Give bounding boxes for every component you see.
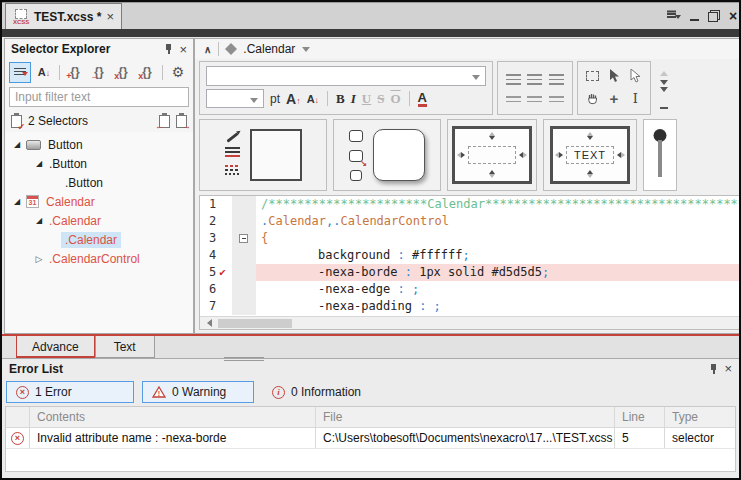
italic-button[interactable]: I <box>351 91 356 107</box>
tab-text[interactable]: Text <box>95 336 155 358</box>
tree-item-button[interactable]: Button <box>5 135 193 154</box>
window-list-icon[interactable] <box>667 11 681 21</box>
underline-button[interactable]: U <box>362 91 371 107</box>
vertical-slider[interactable] <box>649 125 671 185</box>
tree-item-dot-button-child[interactable]: .Button <box>5 173 193 192</box>
code-lines[interactable]: 1 /**********************Calendar*******… <box>200 196 741 316</box>
fold-collapse-icon[interactable] <box>239 234 248 243</box>
radius-all-icon[interactable] <box>349 130 363 142</box>
cursor-arrow-outline-icon[interactable] <box>629 69 641 83</box>
preview-text-label: TEXT <box>574 149 606 161</box>
selection-marquee-icon[interactable] <box>586 71 599 81</box>
text-padding-preview-box[interactable]: TEXT <box>550 126 630 184</box>
column-line[interactable]: Line <box>615 407 665 427</box>
valign-middle-icon[interactable] <box>527 96 542 102</box>
cursor-arrow-icon[interactable] <box>608 69 620 83</box>
column-file[interactable]: File <box>316 407 615 427</box>
sort-alphabetical-button[interactable]: A <box>33 62 55 83</box>
restore-icon[interactable] <box>708 10 720 22</box>
expander-icon[interactable] <box>33 159 45 168</box>
font-size-down-button[interactable]: A↓ <box>307 93 319 105</box>
align-right-icon[interactable] <box>549 74 564 85</box>
text-ibeam-icon[interactable]: I <box>633 91 638 106</box>
export-selectors-icon[interactable] <box>176 115 187 128</box>
tree-item-dot-button[interactable]: .Button <box>5 154 193 173</box>
outline-button[interactable]: O <box>390 91 400 107</box>
column-contents[interactable]: Contents <box>30 407 316 427</box>
radius-small-icon[interactable] <box>350 170 362 181</box>
info-filter-button[interactable]: i 0 Information <box>262 381 371 403</box>
tree-item-dot-calendarcontrol[interactable]: .CalendarControl <box>5 249 193 268</box>
padding-preview-box[interactable] <box>452 126 532 184</box>
editor-horizontal-scrollbar[interactable] <box>200 316 741 329</box>
warning-filter-button[interactable]: ! 0 Warning <box>142 381 254 403</box>
close-icon[interactable]: × <box>729 8 739 24</box>
settings-button[interactable]: ⚙ <box>167 62 189 83</box>
sort-order-button[interactable] <box>9 62 31 83</box>
minimize-icon[interactable] <box>690 19 699 21</box>
radius-preview-box[interactable] <box>373 129 425 181</box>
line-number: 5 <box>209 264 216 281</box>
error-filter-button[interactable]: × 1 Error <box>6 381 134 403</box>
dashed-line-style-icon[interactable] <box>225 165 240 175</box>
validate-selectors-icon[interactable] <box>11 115 22 128</box>
border-preview-box[interactable] <box>250 129 302 181</box>
expander-icon[interactable] <box>33 216 45 225</box>
column-type[interactable]: Type <box>665 407 735 427</box>
tab-close-icon[interactable]: × <box>106 10 114 23</box>
pin-icon[interactable] <box>709 363 718 375</box>
tree-item-dot-calendar[interactable]: .Calendar <box>5 211 193 230</box>
tab-advance[interactable]: Advance <box>16 336 95 358</box>
pencil-icon[interactable] <box>226 132 238 142</box>
expander-icon[interactable] <box>11 140 23 149</box>
font-size-up-button[interactable]: A↑ <box>286 91 301 107</box>
scroll-end-icon[interactable] <box>660 92 668 109</box>
toolbar-separator <box>59 65 60 80</box>
selector-diamond-icon <box>225 43 237 55</box>
code-line-4[interactable]: 4 background : #ffffff; <box>200 247 741 264</box>
valign-top-icon[interactable] <box>506 96 521 102</box>
expander-icon[interactable] <box>11 197 23 206</box>
expander-icon[interactable] <box>33 254 45 264</box>
scrollbar-thumb[interactable] <box>218 319 292 328</box>
bold-button[interactable]: B <box>336 91 345 107</box>
warning-icon: ! <box>152 386 166 398</box>
align-center-icon[interactable] <box>527 74 542 85</box>
valign-bottom-icon[interactable] <box>549 96 564 102</box>
line-style-icon[interactable] <box>225 147 240 157</box>
current-selector-name: .Calendar <box>243 42 295 56</box>
font-family-combobox[interactable] <box>206 66 486 86</box>
insert-selector-button[interactable]: {}→ <box>88 62 110 83</box>
scroll-left-icon[interactable] <box>200 319 214 327</box>
tree-item-calendar[interactable]: 31 Calendar <box>5 192 193 211</box>
collapse-chevron-icon[interactable]: ∧ <box>204 44 211 55</box>
delete-selector-button[interactable]: {}x <box>112 62 134 83</box>
strikethrough-button[interactable]: S <box>377 91 384 107</box>
panel-close-icon[interactable]: × <box>724 362 732 375</box>
code-line-3[interactable]: 3 { <box>200 230 741 247</box>
tree-item-dot-calendar-selected[interactable]: .Calendar <box>5 230 193 249</box>
document-tab[interactable]: TEST.xcss * × <box>5 3 122 29</box>
selector-dropdown-icon[interactable] <box>302 47 310 56</box>
css-value: 1px solid #d5d5d5 <box>419 265 542 279</box>
code-line-2[interactable]: 2 .Calendar,.CalendarControl <box>200 213 741 230</box>
filter-input[interactable] <box>9 87 189 107</box>
code-line-6[interactable]: 6 -nexa-edge : ; <box>200 281 741 298</box>
code-line-1[interactable]: 1 /**********************Calendar*******… <box>200 196 741 213</box>
delete-all-selectors-button[interactable]: {}x <box>136 62 158 83</box>
panel-close-icon[interactable]: × <box>179 43 187 56</box>
radius-corner-icon[interactable] <box>349 150 363 162</box>
code-line-5-error[interactable]: 5✔ -nexa-borde : 1px solid #d5d5d5; <box>200 264 741 281</box>
align-left-icon[interactable] <box>506 74 521 85</box>
splitter-grip[interactable] <box>224 357 264 361</box>
crosshair-plus-icon[interactable]: + <box>610 90 619 107</box>
import-selectors-icon[interactable] <box>159 115 170 128</box>
code-line-7[interactable]: 7 -nexa-padding : ; <box>200 298 741 315</box>
font-color-button[interactable]: A <box>418 91 427 107</box>
scroll-up-icon[interactable] <box>660 67 668 76</box>
add-selector-button[interactable]: {}+ <box>64 62 86 83</box>
error-table-row[interactable]: × Invalid attribute name : -nexa-borde C… <box>6 428 735 449</box>
font-size-combobox[interactable] <box>206 89 264 108</box>
hand-tool-icon[interactable] <box>586 92 599 105</box>
pin-icon[interactable] <box>164 43 173 55</box>
